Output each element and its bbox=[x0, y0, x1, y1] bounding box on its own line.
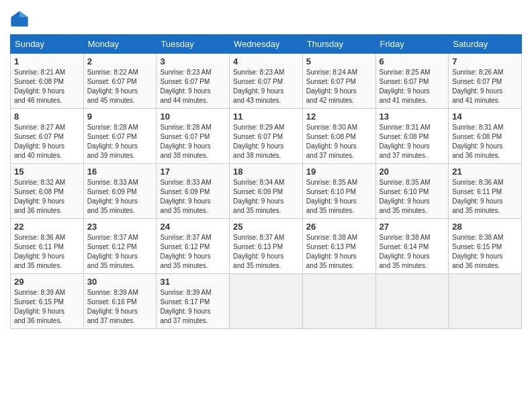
day-number: 28 bbox=[452, 222, 518, 232]
day-number: 25 bbox=[233, 222, 299, 232]
calendar-cell: 9Sunrise: 8:28 AM Sunset: 6:07 PM Daylig… bbox=[83, 109, 157, 164]
day-info: Sunrise: 8:28 AM Sunset: 6:07 PM Dayligh… bbox=[160, 123, 226, 161]
calendar-cell: 28Sunrise: 8:38 AM Sunset: 6:15 PM Dayli… bbox=[449, 219, 522, 274]
header bbox=[10, 7, 522, 29]
day-number: 15 bbox=[14, 167, 80, 177]
calendar-cell: 29Sunrise: 8:39 AM Sunset: 6:15 PM Dayli… bbox=[11, 274, 84, 329]
calendar-cell: 26Sunrise: 8:38 AM Sunset: 6:13 PM Dayli… bbox=[302, 219, 375, 274]
day-number: 29 bbox=[14, 277, 80, 287]
day-info: Sunrise: 8:36 AM Sunset: 6:11 PM Dayligh… bbox=[14, 233, 80, 271]
calendar-table: SundayMondayTuesdayWednesdayThursdayFrid… bbox=[10, 34, 522, 329]
calendar-week-row: 1Sunrise: 8:21 AM Sunset: 6:08 PM Daylig… bbox=[11, 54, 522, 109]
day-info: Sunrise: 8:35 AM Sunset: 6:10 PM Dayligh… bbox=[380, 178, 445, 216]
day-info: Sunrise: 8:38 AM Sunset: 6:15 PM Dayligh… bbox=[452, 233, 518, 271]
day-info: Sunrise: 8:23 AM Sunset: 6:07 PM Dayligh… bbox=[160, 68, 226, 105]
day-info: Sunrise: 8:38 AM Sunset: 6:13 PM Dayligh… bbox=[306, 233, 372, 271]
calendar-cell: 5Sunrise: 8:24 AM Sunset: 6:07 PM Daylig… bbox=[302, 54, 375, 109]
day-info: Sunrise: 8:39 AM Sunset: 6:17 PM Dayligh… bbox=[160, 288, 226, 326]
calendar-cell: 8Sunrise: 8:27 AM Sunset: 6:07 PM Daylig… bbox=[11, 109, 84, 164]
calendar-cell: 3Sunrise: 8:23 AM Sunset: 6:07 PM Daylig… bbox=[157, 54, 230, 109]
day-info: Sunrise: 8:30 AM Sunset: 6:08 PM Dayligh… bbox=[306, 123, 372, 161]
day-number: 10 bbox=[160, 111, 226, 122]
day-number: 14 bbox=[452, 111, 518, 122]
day-info: Sunrise: 8:37 AM Sunset: 6:13 PM Dayligh… bbox=[233, 233, 299, 271]
day-info: Sunrise: 8:22 AM Sunset: 6:07 PM Dayligh… bbox=[87, 68, 153, 105]
page-container: SundayMondayTuesdayWednesdayThursdayFrid… bbox=[0, 0, 532, 336]
svg-marker-1 bbox=[19, 11, 28, 17]
day-info: Sunrise: 8:24 AM Sunset: 6:07 PM Dayligh… bbox=[306, 68, 372, 105]
day-number: 23 bbox=[87, 222, 153, 232]
calendar-cell: 7Sunrise: 8:26 AM Sunset: 6:07 PM Daylig… bbox=[449, 54, 522, 109]
logo-icon bbox=[10, 10, 29, 29]
calendar-week-row: 8Sunrise: 8:27 AM Sunset: 6:07 PM Daylig… bbox=[11, 109, 522, 164]
weekday-header-wednesday: Wednesday bbox=[230, 35, 303, 54]
day-number: 31 bbox=[160, 277, 226, 287]
day-number: 12 bbox=[306, 111, 372, 122]
day-info: Sunrise: 8:23 AM Sunset: 6:07 PM Dayligh… bbox=[233, 68, 299, 105]
day-info: Sunrise: 8:39 AM Sunset: 6:16 PM Dayligh… bbox=[87, 288, 153, 326]
day-info: Sunrise: 8:27 AM Sunset: 6:07 PM Dayligh… bbox=[14, 123, 80, 161]
day-info: Sunrise: 8:37 AM Sunset: 6:12 PM Dayligh… bbox=[87, 233, 153, 271]
day-number: 24 bbox=[160, 222, 226, 232]
calendar-cell: 2Sunrise: 8:22 AM Sunset: 6:07 PM Daylig… bbox=[83, 54, 157, 109]
calendar-week-row: 29Sunrise: 8:39 AM Sunset: 6:15 PM Dayli… bbox=[11, 274, 522, 329]
calendar-cell: 24Sunrise: 8:37 AM Sunset: 6:12 PM Dayli… bbox=[157, 219, 230, 274]
day-info: Sunrise: 8:26 AM Sunset: 6:07 PM Dayligh… bbox=[452, 68, 518, 105]
day-number: 22 bbox=[14, 222, 80, 232]
day-number: 7 bbox=[452, 56, 518, 66]
calendar-cell bbox=[230, 274, 303, 329]
day-info: Sunrise: 8:21 AM Sunset: 6:08 PM Dayligh… bbox=[14, 68, 80, 105]
calendar-cell bbox=[449, 274, 522, 329]
calendar-cell: 30Sunrise: 8:39 AM Sunset: 6:16 PM Dayli… bbox=[83, 274, 157, 329]
day-info: Sunrise: 8:35 AM Sunset: 6:10 PM Dayligh… bbox=[306, 178, 372, 216]
weekday-header-tuesday: Tuesday bbox=[157, 35, 230, 54]
calendar-cell: 10Sunrise: 8:28 AM Sunset: 6:07 PM Dayli… bbox=[157, 109, 230, 164]
calendar-cell bbox=[375, 274, 449, 329]
calendar-cell: 25Sunrise: 8:37 AM Sunset: 6:13 PM Dayli… bbox=[230, 219, 303, 274]
day-info: Sunrise: 8:31 AM Sunset: 6:08 PM Dayligh… bbox=[380, 123, 445, 161]
day-number: 20 bbox=[380, 167, 445, 177]
weekday-header-monday: Monday bbox=[83, 35, 157, 54]
logo bbox=[10, 10, 32, 29]
day-number: 30 bbox=[87, 277, 153, 287]
weekday-header-thursday: Thursday bbox=[302, 35, 375, 54]
calendar-cell: 4Sunrise: 8:23 AM Sunset: 6:07 PM Daylig… bbox=[230, 54, 303, 109]
calendar-cell: 31Sunrise: 8:39 AM Sunset: 6:17 PM Dayli… bbox=[157, 274, 230, 329]
calendar-cell: 22Sunrise: 8:36 AM Sunset: 6:11 PM Dayli… bbox=[11, 219, 84, 274]
calendar-cell: 6Sunrise: 8:25 AM Sunset: 6:07 PM Daylig… bbox=[375, 54, 449, 109]
day-info: Sunrise: 8:34 AM Sunset: 6:09 PM Dayligh… bbox=[233, 178, 299, 216]
day-number: 16 bbox=[87, 167, 153, 177]
day-number: 8 bbox=[14, 111, 80, 122]
day-number: 27 bbox=[380, 222, 445, 232]
day-info: Sunrise: 8:37 AM Sunset: 6:12 PM Dayligh… bbox=[160, 233, 226, 271]
day-number: 21 bbox=[452, 167, 518, 177]
calendar-cell: 23Sunrise: 8:37 AM Sunset: 6:12 PM Dayli… bbox=[83, 219, 157, 274]
day-info: Sunrise: 8:38 AM Sunset: 6:14 PM Dayligh… bbox=[380, 233, 445, 271]
calendar-cell: 13Sunrise: 8:31 AM Sunset: 6:08 PM Dayli… bbox=[375, 109, 449, 164]
day-number: 1 bbox=[14, 56, 80, 66]
day-number: 9 bbox=[87, 111, 153, 122]
day-number: 18 bbox=[233, 167, 299, 177]
calendar-cell: 14Sunrise: 8:31 AM Sunset: 6:08 PM Dayli… bbox=[449, 109, 522, 164]
day-number: 11 bbox=[233, 111, 299, 122]
calendar-cell: 21Sunrise: 8:36 AM Sunset: 6:11 PM Dayli… bbox=[449, 164, 522, 219]
calendar-cell: 17Sunrise: 8:33 AM Sunset: 6:09 PM Dayli… bbox=[157, 164, 230, 219]
calendar-cell: 18Sunrise: 8:34 AM Sunset: 6:09 PM Dayli… bbox=[230, 164, 303, 219]
calendar-cell: 15Sunrise: 8:32 AM Sunset: 6:08 PM Dayli… bbox=[11, 164, 84, 219]
weekday-header-friday: Friday bbox=[375, 35, 449, 54]
day-info: Sunrise: 8:31 AM Sunset: 6:08 PM Dayligh… bbox=[452, 123, 518, 161]
day-number: 6 bbox=[380, 56, 445, 66]
day-number: 19 bbox=[306, 167, 372, 177]
calendar-cell: 19Sunrise: 8:35 AM Sunset: 6:10 PM Dayli… bbox=[302, 164, 375, 219]
day-number: 3 bbox=[160, 56, 226, 66]
day-info: Sunrise: 8:25 AM Sunset: 6:07 PM Dayligh… bbox=[380, 68, 445, 105]
day-number: 2 bbox=[87, 56, 153, 66]
calendar-cell: 16Sunrise: 8:33 AM Sunset: 6:09 PM Dayli… bbox=[83, 164, 157, 219]
day-number: 4 bbox=[233, 56, 299, 66]
calendar-cell: 1Sunrise: 8:21 AM Sunset: 6:08 PM Daylig… bbox=[11, 54, 84, 109]
day-info: Sunrise: 8:39 AM Sunset: 6:15 PM Dayligh… bbox=[14, 288, 80, 326]
day-info: Sunrise: 8:32 AM Sunset: 6:08 PM Dayligh… bbox=[14, 178, 80, 216]
calendar-cell: 12Sunrise: 8:30 AM Sunset: 6:08 PM Dayli… bbox=[302, 109, 375, 164]
weekday-header-row: SundayMondayTuesdayWednesdayThursdayFrid… bbox=[11, 35, 522, 54]
day-number: 17 bbox=[160, 167, 226, 177]
